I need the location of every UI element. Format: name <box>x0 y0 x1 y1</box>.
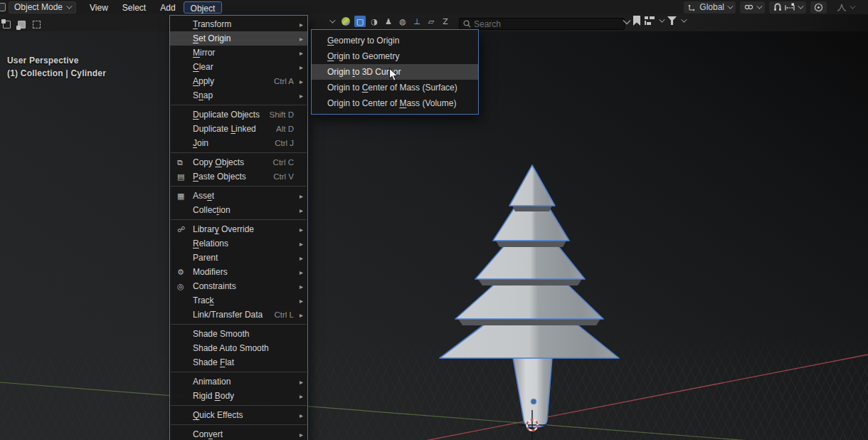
clamp-icon[interactable]: ⊥ <box>411 16 423 27</box>
submenu-arrow-icon: ▸ <box>296 311 303 319</box>
menu-item-shade-flat[interactable]: Shade Flat <box>170 355 307 370</box>
menu-item-set-origin[interactable]: Set Origin▸ <box>170 31 307 46</box>
menu-item-duplicate-linked[interactable]: Duplicate LinkedAlt D <box>170 122 307 136</box>
submenu-item-origin-to-geometry[interactable]: Origin to Geometry <box>312 48 478 64</box>
axis-y-line <box>0 382 868 440</box>
proportional-edit-icon <box>814 3 823 12</box>
person-icon[interactable]: ♟ <box>383 16 394 27</box>
menubar-item-object[interactable]: Object <box>184 1 223 14</box>
menu-separator <box>171 372 307 372</box>
menubar-item-select[interactable]: Select <box>116 1 152 14</box>
menu-item-parent[interactable]: Parent▸ <box>170 251 307 265</box>
menu-item-animation[interactable]: Animation▸ <box>170 374 307 389</box>
chevron-down-icon <box>329 17 335 23</box>
proportional-falloff-selector[interactable] <box>832 1 858 14</box>
screen-icon[interactable]: ▢ <box>354 16 366 27</box>
modifiers-icon: ⚙ <box>177 268 193 277</box>
menu-item-modifiers[interactable]: ⚙Modifiers▸ <box>170 265 307 279</box>
menu-item-constraints[interactable]: ◎Constraints▸ <box>170 279 307 293</box>
chevron-down-icon[interactable] <box>326 16 337 27</box>
submenu-arrow-icon: ▸ <box>296 206 303 214</box>
bookmark-icon[interactable] <box>633 16 640 26</box>
pivot-point-selector[interactable] <box>740 1 765 14</box>
submenu-arrow-icon: ▸ <box>296 78 303 85</box>
filter-icon[interactable] <box>667 16 677 25</box>
menu-item-clear[interactable]: Clear▸ <box>170 60 307 74</box>
mode-selector[interactable]: Object Mode <box>9 1 76 14</box>
globe-icon[interactable]: ◍ <box>397 16 408 27</box>
display-mode-chevron-icon[interactable] <box>659 16 665 22</box>
submenu-item-origin-to-center-of-mass-surface[interactable]: Origin to Center of Mass (Surface) <box>312 80 478 95</box>
chevron-down-icon <box>66 3 72 9</box>
menu-item-duplicate-objects[interactable]: Duplicate ObjectsShift D <box>170 108 307 122</box>
menu-item-snap[interactable]: Snap▸ <box>170 88 307 103</box>
select-set-icon[interactable] <box>1 19 12 30</box>
select-subtract-icon[interactable] <box>31 19 42 30</box>
menu-item-asset[interactable]: ▦Asset▸ <box>170 189 307 203</box>
chevron-down-icon <box>798 3 803 9</box>
layers-icon[interactable]: ▱ <box>425 16 437 27</box>
menu-item-link-transfer-data[interactable]: Link/Transfer DataCtrl L▸ <box>170 308 307 322</box>
editor-type-icon[interactable] <box>0 3 6 11</box>
menu-separator <box>171 219 307 220</box>
menu-item-shortcut: Ctrl L <box>275 310 294 319</box>
menu-item-apply[interactable]: ApplyCtrl A▸ <box>170 74 307 88</box>
menu-item-copy-objects[interactable]: ⧉Copy ObjectsCtrl C <box>170 155 307 169</box>
outliner-header-icons <box>625 16 685 26</box>
search-field[interactable] <box>459 18 625 30</box>
submenu-arrow-icon: ▸ <box>296 268 303 276</box>
half-sphere-icon[interactable]: ◑ <box>369 16 380 27</box>
copy-icon: ⧉ <box>177 158 193 167</box>
submenu-arrow-icon: ▸ <box>296 92 303 100</box>
filter-z-icon[interactable]: Z <box>440 16 451 27</box>
submenu-item-origin-to-center-of-mass-volume[interactable]: Origin to Center of Mass (Volume) <box>312 95 478 111</box>
submenu-arrow-icon: ▸ <box>296 49 303 57</box>
menubar-item-view[interactable]: View <box>83 1 115 14</box>
menu-item-label: Rigid Body <box>193 391 296 401</box>
menu-item-convert[interactable]: Convert▸ <box>170 427 307 440</box>
menu-item-join[interactable]: JoinCtrl J <box>170 136 307 150</box>
axis-x-line <box>356 355 868 440</box>
menu-item-library-override[interactable]: ☍Library Override▸ <box>170 222 307 236</box>
transform-orientation-selector[interactable]: Global <box>684 1 736 14</box>
menu-item-quick-effects[interactable]: Quick Effects▸ <box>170 408 307 422</box>
menu-item-track[interactable]: Track▸ <box>170 293 307 308</box>
menu-item-rigid-body[interactable]: Rigid Body▸ <box>170 389 307 403</box>
tier-rim-4 <box>458 319 600 325</box>
cone-tier-1 <box>509 165 555 206</box>
menu-item-label: Convert <box>193 429 296 439</box>
search-icon <box>463 20 471 28</box>
menu-item-collection[interactable]: Collection▸ <box>170 203 307 217</box>
submenu-arrow-icon: ▸ <box>296 21 303 28</box>
constraints-icon: ◎ <box>177 282 193 291</box>
menu-item-shade-auto-smooth[interactable]: Shade Auto Smooth <box>170 341 307 355</box>
menu-separator <box>171 405 307 406</box>
material-preview-icon <box>342 17 350 26</box>
menu-item-label: Paste Objects <box>193 172 273 182</box>
orientation-label: Global <box>699 2 724 12</box>
menu-item-mirror[interactable]: Mirror▸ <box>170 46 307 60</box>
menu-item-paste-objects[interactable]: ▤Paste ObjectsCtrl V <box>170 169 307 184</box>
display-mode-icon[interactable] <box>645 16 655 25</box>
menu-item-shortcut: Shift D <box>269 110 294 119</box>
menu-item-transform[interactable]: Transform▸ <box>170 17 307 31</box>
menu-item-shade-smooth[interactable]: Shade Smooth <box>170 327 307 341</box>
material-preview-icon[interactable] <box>340 16 351 27</box>
active-object-label: (1) Collection | Cylinder <box>7 68 106 78</box>
submenu-arrow-icon: ▸ <box>296 254 303 262</box>
menu-item-shortcut: Ctrl V <box>273 172 294 181</box>
viewport-header: Object Mode ViewSelectAddObject Global <box>0 0 868 14</box>
menu-item-label: Link/Transfer Data <box>193 310 275 320</box>
menu-item-label: Animation <box>193 377 296 387</box>
menu-item-shortcut: Ctrl A <box>274 77 294 85</box>
asset-icon: ▦ <box>177 192 193 201</box>
menu-item-label: Asset <box>193 191 296 201</box>
menu-item-relations[interactable]: Relations▸ <box>170 236 307 251</box>
proportional-edit-toggle[interactable] <box>810 1 827 14</box>
search-input[interactable] <box>474 19 620 29</box>
select-extend-icon[interactable] <box>16 19 27 30</box>
snap-controls[interactable] <box>769 1 806 14</box>
menubar-item-add[interactable]: Add <box>154 1 181 14</box>
submenu-item-geometry-to-origin[interactable]: Geometry to Origin <box>312 33 478 48</box>
collapse-chevron-icon[interactable] <box>623 16 630 24</box>
